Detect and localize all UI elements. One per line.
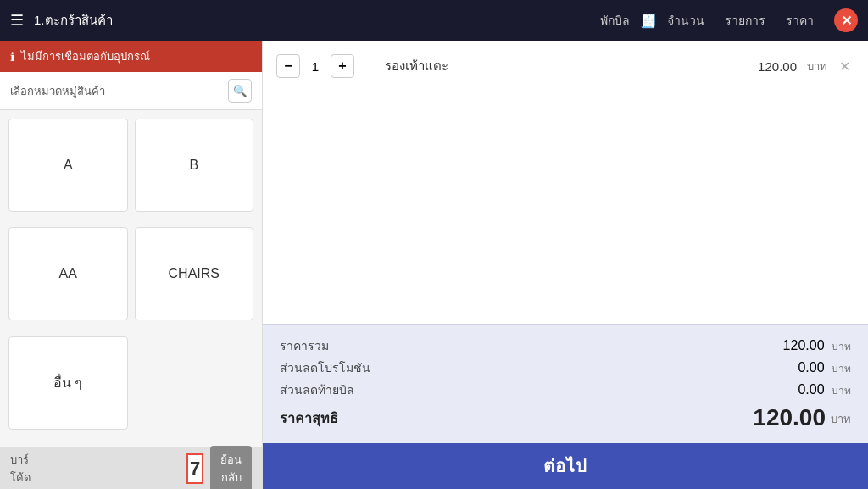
category-item-a[interactable]: A: [8, 119, 128, 212]
summary-total-row: ราคารวม 120.00 บาท: [280, 336, 851, 355]
alert-bar: ℹ ไม่มีการเชื่อมต่อกับอุปกรณ์: [0, 41, 262, 72]
receipt-icon[interactable]: 🧾: [640, 13, 657, 29]
summary-discount-bill-label: ส่วนลดท้ายบิล: [280, 381, 354, 399]
close-icon: ✕: [841, 13, 852, 29]
qty-decrease-button[interactable]: −: [276, 54, 300, 78]
category-grid: A B AA CHAIRS อื่น ๆ: [0, 110, 262, 447]
item-remove-button[interactable]: ✕: [834, 56, 854, 76]
category-item-aa[interactable]: AA: [8, 227, 128, 320]
left-panel: ℹ ไม่มีการเชื่อมต่อกับอุปกรณ์ เลือกหมวดห…: [0, 41, 263, 489]
category-item-other[interactable]: อื่น ๆ: [8, 336, 128, 430]
order-list: − 1 + รองเท้าแตะ 120.00 บาท ✕: [263, 41, 868, 324]
col-qty-header: จำนวน: [667, 11, 704, 30]
barcode-input[interactable]: [37, 462, 180, 475]
bottom-bar: บาร์โค้ด 7 ย้อนกลับ: [0, 447, 262, 489]
header-title: 1.ตะกร้าสินค้า: [34, 10, 590, 31]
search-bar: เลือกหมวดหมู่สินค้า 🔍: [0, 72, 262, 110]
num-badge: 7: [186, 453, 203, 484]
menu-icon[interactable]: ☰: [10, 11, 24, 30]
summary-discount-promo-value: 0.00 บาท: [798, 360, 851, 376]
col-price-header: ราคา: [786, 11, 814, 30]
search-button[interactable]: 🔍: [228, 79, 252, 103]
summary-discount-bill-row: ส่วนลดท้ายบิล 0.00 บาท: [280, 381, 851, 399]
category-select-label: เลือกหมวดหมู่สินค้า: [10, 82, 221, 100]
main-content: ℹ ไม่มีการเชื่อมต่อกับอุปกรณ์ เลือกหมวดห…: [0, 41, 868, 489]
item-unit: บาท: [807, 58, 827, 75]
summary-total-value: 120.00 บาท: [783, 338, 851, 354]
category-item-b[interactable]: B: [135, 119, 254, 212]
app-header: ☰ 1.ตะกร้าสินค้า พักบิล 🧾 จำนวน รายการ ร…: [0, 0, 868, 41]
summary-net-value: 120.00: [753, 404, 826, 431]
summary-net-row: ราคาสุทธิ 120.00 บาท: [280, 404, 851, 431]
summary-discount-promo-row: ส่วนลดโปรโมชัน 0.00 บาท: [280, 358, 851, 377]
qty-value: 1: [305, 59, 326, 74]
right-panel: − 1 + รองเท้าแตะ 120.00 บาท ✕ ราคารวม 12…: [263, 41, 868, 489]
barcode-label: บาร์โค้ด: [10, 451, 31, 486]
summary-discount-promo-label: ส่วนลดโปรโมชัน: [280, 358, 370, 377]
category-item-chairs[interactable]: CHAIRS: [135, 227, 254, 320]
summary-discount-bill-value: 0.00 บาท: [798, 382, 851, 398]
col-detail-header: รายการ: [725, 11, 765, 30]
close-button[interactable]: ✕: [834, 8, 858, 32]
qty-controls: − 1 +: [276, 54, 378, 78]
alert-icon: ℹ: [10, 50, 14, 64]
break-bill-label[interactable]: พักบิล: [600, 11, 630, 30]
item-price: 120.00: [729, 59, 797, 74]
summary-net-unit: บาท: [831, 410, 851, 428]
order-item: − 1 + รองเท้าแตะ 120.00 บาท ✕: [263, 47, 868, 85]
alert-message: ไม่มีการเชื่อมต่อกับอุปกรณ์: [21, 47, 150, 65]
qty-increase-button[interactable]: +: [331, 54, 354, 78]
header-columns: จำนวน รายการ ราคา ✕: [667, 8, 858, 32]
continue-button[interactable]: ต่อไป: [263, 443, 868, 489]
search-icon: 🔍: [233, 85, 248, 97]
back-button[interactable]: ย้อนกลับ: [210, 446, 252, 490]
summary-section: ราคารวม 120.00 บาท ส่วนลดโปรโมชัน 0.00 บ…: [263, 324, 868, 443]
summary-net-label: ราคาสุทธิ: [280, 408, 338, 429]
summary-total-label: ราคารวม: [280, 336, 329, 355]
item-name: รองเท้าแตะ: [385, 56, 722, 76]
